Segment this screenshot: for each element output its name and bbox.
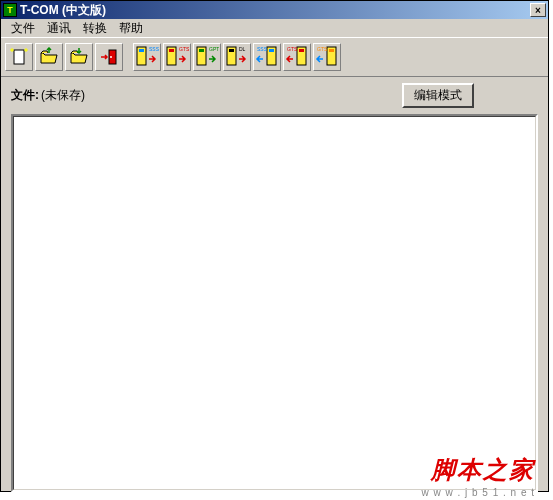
new-file-icon	[9, 47, 29, 67]
window-title: T-COM (中文版)	[20, 2, 530, 19]
folder-open-icon	[39, 47, 59, 67]
open-button[interactable]	[35, 43, 63, 71]
app-icon	[3, 3, 17, 17]
menu-help[interactable]: 帮助	[113, 19, 149, 38]
device-gts-out-icon: GTS	[285, 45, 309, 69]
new-file-button[interactable]	[5, 43, 33, 71]
toolbar-separator	[125, 43, 131, 71]
svg-rect-19	[229, 49, 234, 52]
svg-rect-25	[299, 49, 304, 52]
device-gpt-out-button[interactable]: GTS	[313, 43, 341, 71]
svg-rect-13	[169, 49, 174, 52]
svg-rect-0	[14, 50, 24, 64]
device-sss-in-button[interactable]: SSS	[133, 43, 161, 71]
close-button[interactable]: ×	[530, 3, 546, 17]
device-gts-out-button[interactable]: GTS	[283, 43, 311, 71]
svg-point-8	[110, 56, 112, 58]
device-gpt-out-icon: GTS	[315, 45, 339, 69]
device-gpt-in-icon: GPT	[195, 45, 219, 69]
save-button[interactable]	[65, 43, 93, 71]
toolbar: SSS GTS GPT DL SSS GTS GTS	[1, 37, 548, 77]
status-row: 文件: (未保存) 编辑模式	[1, 77, 548, 110]
svg-text:DL: DL	[239, 46, 246, 52]
content-area	[11, 114, 538, 492]
svg-rect-22	[269, 49, 274, 52]
menubar: 文件 通讯 转换 帮助	[1, 19, 548, 37]
svg-text:SSS: SSS	[149, 46, 159, 52]
exit-icon	[99, 47, 119, 67]
menu-comm[interactable]: 通讯	[41, 19, 77, 38]
edit-mode-button[interactable]: 编辑模式	[402, 83, 474, 108]
svg-text:SSS: SSS	[257, 46, 268, 52]
file-status: (未保存)	[41, 87, 85, 104]
svg-rect-28	[329, 49, 334, 52]
device-sss-out-icon: SSS	[255, 45, 279, 69]
svg-text:GPT: GPT	[209, 46, 219, 52]
menu-file[interactable]: 文件	[5, 19, 41, 38]
svg-text:GTS: GTS	[179, 46, 189, 52]
device-dl-in-button[interactable]: DL	[223, 43, 251, 71]
folder-save-icon	[69, 47, 89, 67]
app-window: T-COM (中文版) × 文件 通讯 转换 帮助 SSS GTS GPT	[0, 0, 549, 492]
device-dl-in-icon: DL	[225, 45, 249, 69]
device-sss-in-icon: SSS	[135, 45, 159, 69]
device-sss-out-button[interactable]: SSS	[253, 43, 281, 71]
menu-convert[interactable]: 转换	[77, 19, 113, 38]
device-gts-in-button[interactable]: GTS	[163, 43, 191, 71]
device-gts-in-icon: GTS	[165, 45, 189, 69]
exit-button[interactable]	[95, 43, 123, 71]
svg-text:GTS: GTS	[317, 46, 328, 52]
svg-rect-16	[199, 49, 204, 52]
titlebar: T-COM (中文版) ×	[1, 1, 548, 19]
device-gpt-in-button[interactable]: GPT	[193, 43, 221, 71]
svg-text:GTS: GTS	[287, 46, 298, 52]
file-label: 文件:	[11, 87, 39, 104]
svg-rect-10	[139, 49, 144, 52]
content-inner[interactable]	[13, 116, 536, 490]
